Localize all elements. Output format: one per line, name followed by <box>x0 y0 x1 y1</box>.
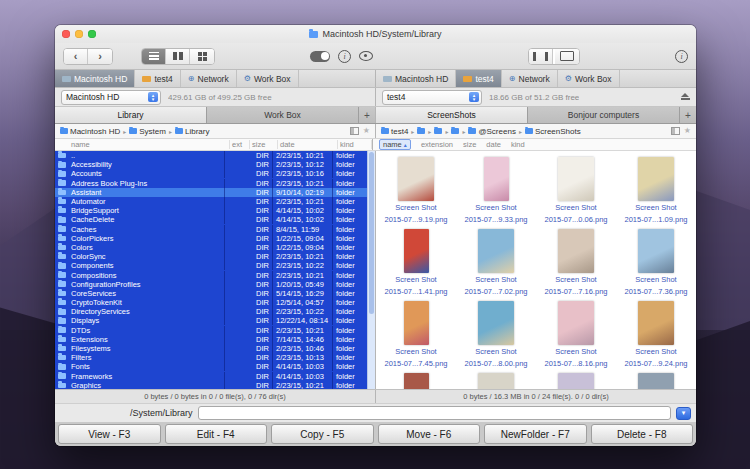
grid-file-item[interactable]: Screen Shot2015-07...9.24.png <box>616 298 696 370</box>
function-button-newfolder-f7[interactable]: NewFolder - F7 <box>484 424 587 444</box>
breadcrumb-item-library[interactable]: Library <box>175 127 209 136</box>
left-new-tab-button[interactable]: + <box>359 107 375 123</box>
breadcrumb-item[interactable] <box>434 128 442 134</box>
grid-file-item[interactable]: Screen Shot2015-07...1.41.png <box>376 226 456 298</box>
file-row-colorpickers[interactable]: ColorPickersDIR1/22/15, 09:04folder <box>55 234 367 243</box>
forward-button[interactable]: › <box>88 49 112 64</box>
drive-tab-work-box[interactable]: ⚙Work Box <box>558 70 620 87</box>
grid-file-item[interactable] <box>376 370 456 389</box>
file-row-item[interactable]: ..DIR2/23/15, 10:21folder <box>55 151 367 160</box>
file-row-filters[interactable]: FiltersDIR2/23/15, 10:13folder <box>55 353 367 362</box>
column-header-name[interactable]: name ▴ <box>379 139 411 150</box>
scrollbar-thumb[interactable] <box>369 152 374 314</box>
grid-file-item[interactable] <box>536 370 616 389</box>
column-header-date[interactable]: date <box>278 140 338 149</box>
tab-bonjour-computers[interactable]: Bonjour computers <box>528 107 680 123</box>
right-drive-select[interactable]: test4 ▴ ▾ <box>382 90 482 105</box>
tab-library[interactable]: Library <box>55 107 207 123</box>
column-header-ext[interactable]: ext <box>230 140 250 149</box>
file-row-directoryservices[interactable]: DirectoryServicesDIR2/23/15, 10:22folder <box>55 307 367 316</box>
preview-eye-button[interactable] <box>359 51 373 61</box>
file-row-bridgesupport[interactable]: BridgeSupportDIR4/14/15, 10:02folder <box>55 206 367 215</box>
favorite-star-icon[interactable]: ★ <box>363 127 370 135</box>
file-row-cachedelete[interactable]: CacheDeleteDIR4/14/15, 10:02folder <box>55 215 367 224</box>
command-input[interactable] <box>198 406 671 420</box>
connections-button[interactable] <box>555 49 579 64</box>
drive-tab-network[interactable]: ⊕Network <box>181 70 237 87</box>
zoom-button[interactable] <box>88 30 96 38</box>
command-history-button[interactable]: ▾ <box>676 407 691 420</box>
file-row-graphics[interactable]: GraphicsDIR2/23/15, 10:21folder <box>55 381 367 389</box>
file-row-dtds[interactable]: DTDsDIR2/23/15, 10:21folder <box>55 326 367 335</box>
left-drive-select[interactable]: Macintosh HD ▴ ▾ <box>61 90 161 105</box>
grid-file-item[interactable]: Screen Shot2015-07...7.16.png <box>536 226 616 298</box>
function-button-move-f6[interactable]: Move - F6 <box>378 424 481 444</box>
file-row-components[interactable]: ComponentsDIR2/23/15, 10:22folder <box>55 261 367 270</box>
left-file-list[interactable]: ..DIR2/23/15, 10:21folderAccessibilityDI… <box>55 151 367 389</box>
file-row-coreservices[interactable]: CoreServicesDIR5/14/15, 16:29folder <box>55 289 367 298</box>
file-row-colorsync[interactable]: ColorSyncDIR2/23/15, 10:21folder <box>55 252 367 261</box>
breadcrumb-item[interactable] <box>417 128 425 134</box>
column-header-size[interactable]: size <box>250 140 278 149</box>
breadcrumb-item[interactable] <box>451 128 459 134</box>
file-row-frameworks[interactable]: FrameworksDIR4/14/15, 10:03folder <box>55 372 367 381</box>
breadcrumb-item-screenshots[interactable]: ScreenShots <box>525 127 581 136</box>
file-row-colors[interactable]: ColorsDIR1/22/15, 09:04folder <box>55 243 367 252</box>
drive-tab-test4[interactable]: test4 <box>135 70 180 87</box>
eject-icon[interactable] <box>681 93 690 101</box>
column-header-extension[interactable]: extension <box>421 140 453 149</box>
right-new-tab-button[interactable]: + <box>680 107 696 123</box>
titlebar[interactable]: Macintosh HD/System/Library <box>55 25 696 43</box>
file-row-assistant[interactable]: AssistantDIR9/10/14, 02:19folder <box>55 188 367 197</box>
function-button-edit-f4[interactable]: Edit - F4 <box>165 424 268 444</box>
grid-file-item[interactable]: Screen Shot2015-07...0.06.png <box>536 154 616 226</box>
drive-tab-macintosh-hd[interactable]: Macintosh HD <box>55 70 135 87</box>
breadcrumb-item-macintosh-hd[interactable]: Macintosh HD <box>60 127 120 136</box>
file-row-accessibility[interactable]: AccessibilityDIR2/23/15, 10:12folder <box>55 160 367 169</box>
grid-view-button[interactable] <box>190 49 214 64</box>
tab-screenshots[interactable]: ScreenShots <box>376 107 528 123</box>
file-row-extensions[interactable]: ExtensionsDIR7/14/15, 14:46folder <box>55 335 367 344</box>
file-row-automator[interactable]: AutomatorDIR2/23/15, 10:21folder <box>55 197 367 206</box>
minimize-button[interactable] <box>75 30 83 38</box>
column-header-kind[interactable]: kind <box>511 140 525 149</box>
tab-work-box[interactable]: Work Box <box>207 107 359 123</box>
file-row-address-book-plug-ins[interactable]: Address Book Plug-InsDIR2/23/15, 10:21fo… <box>55 179 367 188</box>
file-row-displays[interactable]: DisplaysDIR12/22/14, 08:14folder <box>55 316 367 325</box>
function-button-view-f3[interactable]: View - F3 <box>58 424 161 444</box>
info-button[interactable]: i <box>338 50 351 63</box>
grid-file-item[interactable] <box>616 370 696 389</box>
column-header-date[interactable]: date <box>486 140 501 149</box>
column-header-name[interactable]: name <box>69 140 230 149</box>
breadcrumb-item-test4[interactable]: test4 <box>381 127 408 136</box>
drive-tab-network[interactable]: ⊕Network <box>502 70 558 87</box>
help-info-button[interactable]: i <box>675 50 688 63</box>
file-row-fonts[interactable]: FontsDIR4/14/15, 10:03folder <box>55 362 367 371</box>
file-row-configurationprofiles[interactable]: ConfigurationProfilesDIR1/20/15, 05:49fo… <box>55 280 367 289</box>
breadcrumb-item-screens[interactable]: @Screens <box>468 127 515 136</box>
file-row-compositions[interactable]: CompositionsDIR2/23/15, 10:21folder <box>55 270 367 279</box>
file-row-filesystems[interactable]: FilesystemsDIR2/23/15, 10:46folder <box>55 344 367 353</box>
grid-file-item[interactable]: Screen Shot2015-07...7.45.png <box>376 298 456 370</box>
panel-icon[interactable] <box>350 127 359 135</box>
right-file-grid[interactable]: Screen Shot2015-07...9.19.pngScreen Shot… <box>376 151 696 389</box>
list-view-button[interactable] <box>142 49 166 64</box>
grid-file-item[interactable]: Screen Shot2015-07...9.19.png <box>376 154 456 226</box>
function-button-delete-f8[interactable]: Delete - F8 <box>591 424 694 444</box>
file-row-caches[interactable]: CachesDIR8/4/15, 11:59folder <box>55 225 367 234</box>
file-row-cryptotokenkit[interactable]: CryptoTokenKitDIR12/5/14, 04:57folder <box>55 298 367 307</box>
queue-toggle[interactable] <box>310 51 330 62</box>
grid-file-item[interactable]: Screen Shot2015-07...1.09.png <box>616 154 696 226</box>
favorite-star-icon[interactable]: ★ <box>684 127 691 135</box>
close-button[interactable] <box>62 30 70 38</box>
breadcrumb-item-system[interactable]: System <box>129 127 166 136</box>
drive-tab-work-box[interactable]: ⚙Work Box <box>237 70 299 87</box>
column-header-size[interactable]: size <box>463 140 476 149</box>
function-button-copy-f5[interactable]: Copy - F5 <box>271 424 374 444</box>
back-button[interactable]: ‹ <box>64 49 88 64</box>
grid-file-item[interactable]: Screen Shot2015-07...8.16.png <box>536 298 616 370</box>
column-view-button[interactable] <box>166 49 190 64</box>
dual-pane-button[interactable] <box>529 49 553 64</box>
column-header-kind[interactable]: kind <box>338 140 372 149</box>
panel-icon[interactable] <box>671 127 680 135</box>
